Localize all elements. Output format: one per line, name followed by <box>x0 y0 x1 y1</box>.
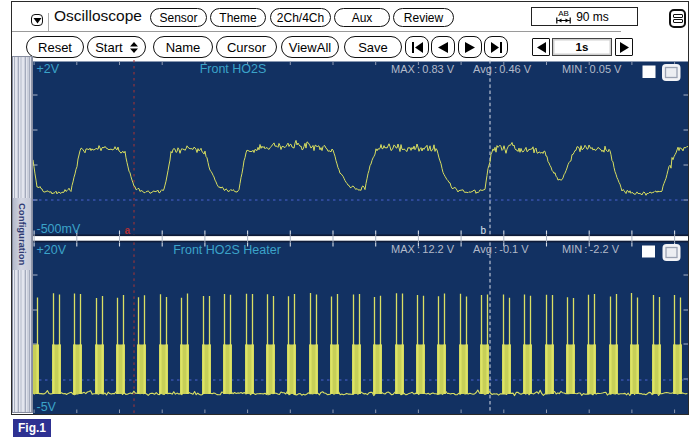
svg-text:+20V: +20V <box>37 243 67 257</box>
svg-text:Avg : 0.46 V: Avg : 0.46 V <box>473 63 532 75</box>
svg-text:Avg : -0.1 V: Avg : -0.1 V <box>473 243 529 255</box>
svg-text:MAX : 12.2 V: MAX : 12.2 V <box>391 243 455 255</box>
svg-text:MIN : 0.05 V: MIN : 0.05 V <box>562 63 622 75</box>
svg-text:-500mV: -500mV <box>37 222 81 236</box>
svg-text:a: a <box>125 225 131 236</box>
svg-text:+2V: +2V <box>37 62 60 76</box>
svg-text:-5V: -5V <box>37 400 57 414</box>
svg-text:Front HO2S Heater: Front HO2S Heater <box>173 243 281 257</box>
svg-text:AB: AB <box>558 9 569 18</box>
svg-text:MAX : 0.83 V: MAX : 0.83 V <box>391 63 455 75</box>
svg-text:MIN : -2.2 V: MIN : -2.2 V <box>562 243 620 255</box>
svg-text:b: b <box>481 225 487 236</box>
svg-text:Front HO2S: Front HO2S <box>200 62 267 76</box>
